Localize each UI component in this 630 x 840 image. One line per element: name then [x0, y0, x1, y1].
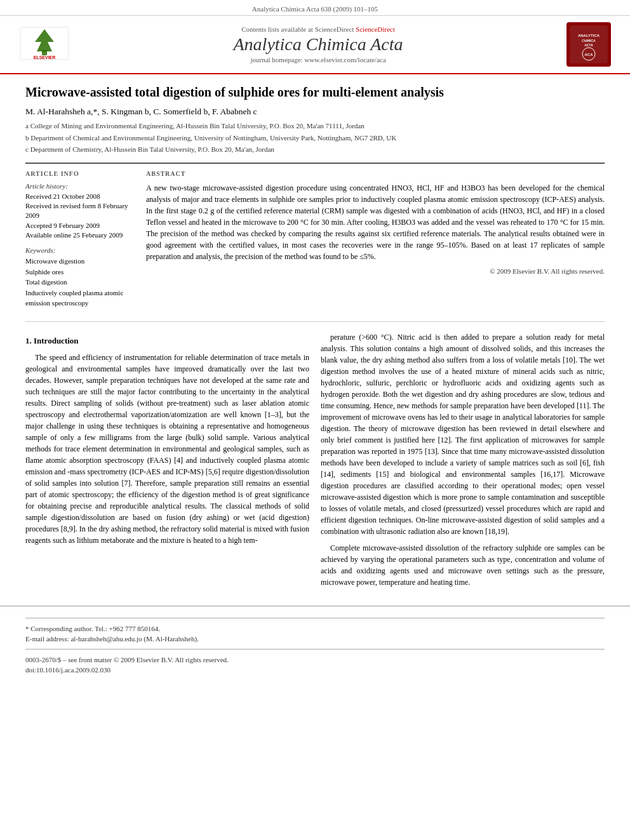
- right-para-1: perature (>600 °C). Nitric acid is then …: [321, 331, 605, 537]
- left-column: 1. Introduction The speed and efficiency…: [25, 331, 309, 593]
- elsevier-logo: ELSEVIER: [19, 26, 70, 63]
- contents-line: Contents lists available at ScienceDirec…: [70, 25, 566, 33]
- email-note: E-mail address: al-harahsheh@ahu.edu.jo …: [25, 635, 605, 643]
- article-title: Microwave-assisted total digestion of su…: [25, 84, 605, 100]
- footer-divider-2: [25, 649, 605, 650]
- affiliation-a: a College of Mining and Environmental En…: [25, 121, 605, 131]
- received-revised-date: Received in revised form 8 February 2009: [25, 201, 133, 221]
- journal-badge: ANALYTICA CHIMICA ACTA ACA: [566, 22, 611, 67]
- corresponding-label: * Corresponding author. Tel.: +962 777 8…: [25, 625, 160, 632]
- keywords-group: Keywords: Microwave digestion Sulphide o…: [25, 246, 133, 309]
- body-columns: 1. Introduction The speed and efficiency…: [25, 331, 605, 593]
- journal-name: Analytica Chimica Acta: [70, 34, 566, 55]
- right-para-2: Complete microwave-assisted dissolution …: [321, 542, 605, 588]
- affiliation-b: b Department of Chemical and Environment…: [25, 133, 605, 143]
- article-footer: * Corresponding author. Tel.: +962 777 8…: [0, 606, 630, 681]
- keyword-3: Total digestion: [25, 277, 133, 288]
- accepted-date: Accepted 9 February 2009: [25, 221, 133, 230]
- journal-header: ELSEVIER Contents lists available at Sci…: [0, 16, 630, 74]
- journal-title-block: Contents lists available at ScienceDirec…: [70, 25, 566, 63]
- svg-text:ACA: ACA: [585, 53, 594, 57]
- affiliation-c: c Department of Chemistry, Al-Hussein Bi…: [25, 144, 605, 155]
- abstract-block: ABSTRACT A new two-stage microwave-assis…: [146, 170, 605, 315]
- abstract-text: A new two-stage microwave-assisted diges…: [146, 182, 605, 262]
- email-label: E-mail address: al-harahsheh@ahu.edu.jo …: [25, 635, 199, 643]
- affiliations: a College of Mining and Environmental En…: [25, 121, 605, 155]
- article-info-abstract: ARTICLE INFO Article history: Received 2…: [25, 163, 605, 322]
- history-group: Article history: Received 21 October 200…: [25, 182, 133, 241]
- footnote-1: 0003-2670/$ – see front matter © 2009 El…: [25, 656, 605, 663]
- top-bar: Analytica Chimica Acta 638 (2009) 101–10…: [0, 0, 630, 16]
- abstract-heading: ABSTRACT: [146, 170, 605, 177]
- footnote-2: doi:10.1016/j.aca.2009.02.030: [25, 666, 605, 674]
- svg-text:ANALYTICA: ANALYTICA: [578, 34, 600, 37]
- received-date: Received 21 October 2008: [25, 192, 133, 201]
- article-info-heading: ARTICLE INFO: [25, 170, 133, 177]
- authors-text: M. Al-Harahsheh a,*, S. Kingman b, C. So…: [25, 107, 257, 116]
- keyword-4: Inductively coupled plasma atomic emissi…: [25, 288, 133, 309]
- intro-heading: 1. Introduction: [25, 335, 309, 347]
- keyword-1: Microwave digestion: [25, 256, 133, 267]
- footer-divider: [25, 618, 605, 618]
- left-para-1: The speed and efficiency of instrumentat…: [25, 352, 309, 546]
- available-date: Available online 25 February 2009: [25, 230, 133, 240]
- article-container: Microwave-assisted total digestion of su…: [0, 74, 630, 606]
- journal-ref: Analytica Chimica Acta 638 (2009) 101–10…: [252, 5, 378, 13]
- copyright-text: © 2009 Elsevier B.V. All rights reserved…: [146, 267, 605, 275]
- article-info-panel: ARTICLE INFO Article history: Received 2…: [25, 170, 133, 315]
- svg-text:CHIMICA: CHIMICA: [582, 39, 596, 43]
- corresponding-note: * Corresponding author. Tel.: +962 777 8…: [25, 625, 605, 632]
- keywords-label: Keywords:: [25, 246, 133, 254]
- sciencedirect-link[interactable]: ScienceDirect: [356, 25, 395, 33]
- right-column: perature (>600 °C). Nitric acid is then …: [321, 331, 605, 593]
- svg-text:ACTA: ACTA: [584, 43, 593, 47]
- svg-text:ELSEVIER: ELSEVIER: [34, 55, 56, 60]
- authors-line: M. Al-Harahsheh a,*, S. Kingman b, C. So…: [25, 107, 605, 117]
- keyword-2: Sulphide ores: [25, 267, 133, 277]
- svg-rect-2: [42, 50, 47, 55]
- page-wrapper: Analytica Chimica Acta 638 (2009) 101–10…: [0, 0, 630, 840]
- journal-homepage: journal homepage: www.elsevier.com/locat…: [70, 56, 566, 63]
- history-label: Article history:: [25, 182, 133, 190]
